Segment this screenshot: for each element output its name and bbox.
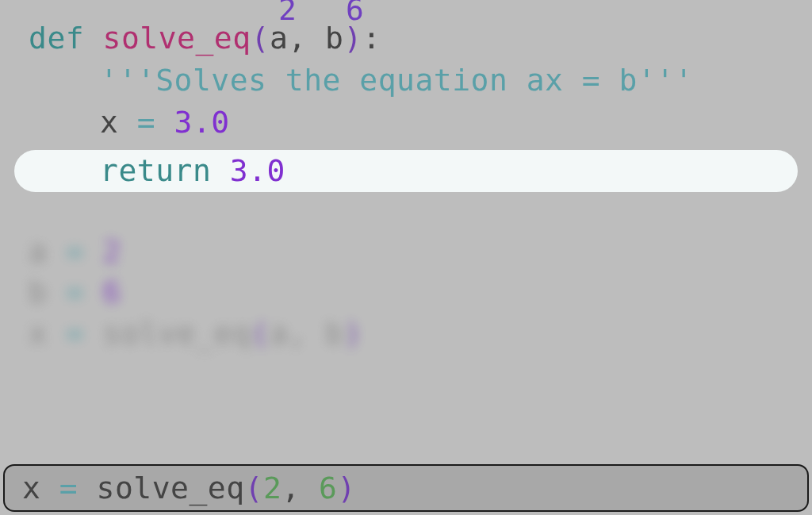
var-x: x bbox=[100, 105, 118, 140]
colon: : bbox=[362, 21, 381, 56]
return-val: 3.0 bbox=[230, 153, 285, 188]
code-line-docstring: '''Solves the equation ax = b''' bbox=[0, 60, 812, 102]
blurred-line-3: x = solve_eq(a, b) bbox=[29, 313, 812, 354]
code-line-assign: x = 3.0 bbox=[0, 102, 812, 144]
code-editor: 2 6 def solve_eq(a, b): '''Solves the eq… bbox=[0, 0, 812, 192]
lparen: ( bbox=[251, 21, 270, 56]
code-line-def: def solve_eq(a, b): bbox=[0, 17, 812, 60]
exec-op: = bbox=[40, 471, 96, 505]
current-execution-bar: x = solve_eq(2, 6) bbox=[3, 464, 809, 512]
exec-arg1: 2 bbox=[263, 471, 282, 505]
comma: , bbox=[288, 21, 325, 56]
exec-rparen: ) bbox=[338, 471, 356, 505]
blurred-line-2: b = 6 bbox=[29, 272, 812, 313]
function-name: solve_eq bbox=[103, 21, 251, 56]
exec-fn: solve_eq bbox=[97, 471, 245, 505]
param-b: b bbox=[325, 21, 343, 56]
code-line-return-highlighted: return 3.0 bbox=[14, 150, 798, 192]
exec-var: x bbox=[22, 471, 40, 505]
docstring: '''Solves the equation ax = b''' bbox=[100, 63, 693, 98]
exec-arg2: 6 bbox=[319, 471, 337, 505]
exec-lparen: ( bbox=[245, 471, 263, 505]
rparen: ) bbox=[344, 21, 362, 56]
num-val: 3.0 bbox=[174, 105, 230, 140]
op-eq: = bbox=[118, 105, 174, 140]
blurred-line-1: a = 2 bbox=[29, 232, 812, 272]
param-a: a bbox=[270, 21, 288, 56]
keyword-def: def bbox=[29, 21, 84, 56]
blurred-code: a = 2 b = 6 x = solve_eq(a, b) bbox=[0, 232, 812, 354]
keyword-return: return bbox=[100, 153, 230, 188]
exec-comma: , bbox=[282, 471, 319, 505]
